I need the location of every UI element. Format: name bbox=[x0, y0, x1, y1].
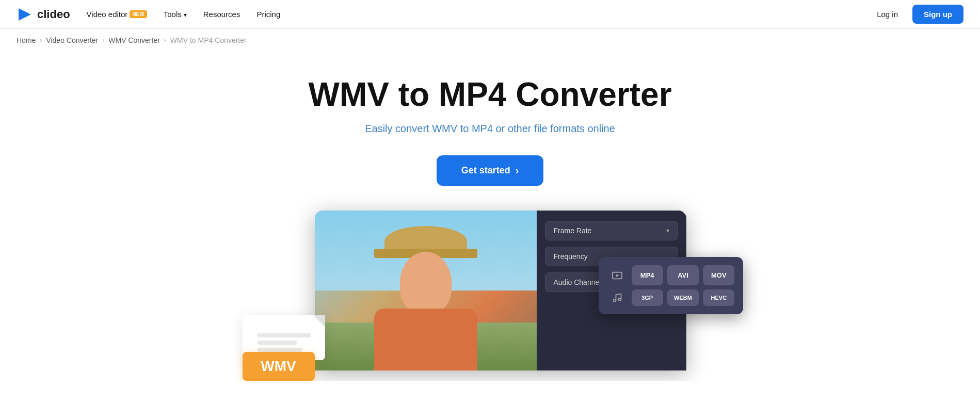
file-line-2 bbox=[257, 341, 297, 345]
breadcrumb-sep-1: › bbox=[40, 37, 42, 44]
signup-button[interactable]: Sign up bbox=[912, 5, 963, 24]
breadcrumb-video-converter[interactable]: Video Converter bbox=[46, 36, 98, 44]
breadcrumb-wmv-converter[interactable]: WMV Converter bbox=[108, 36, 160, 44]
wmv-file-card: WMV bbox=[243, 315, 346, 381]
format-webm-button[interactable]: WEBM bbox=[667, 289, 699, 306]
cta-arrow-icon: › bbox=[516, 165, 519, 176]
format-hevc-button[interactable]: HEVC bbox=[703, 289, 734, 306]
file-line-1 bbox=[257, 333, 311, 337]
video-preview bbox=[315, 211, 537, 370]
breadcrumb-current: WMV to MP4 Converter bbox=[170, 36, 247, 44]
nav-left: clideo Video editor NEW Tools ▾ Resource… bbox=[17, 6, 280, 23]
nav-video-editor[interactable]: Video editor NEW bbox=[87, 10, 147, 19]
new-badge: NEW bbox=[130, 10, 147, 18]
illustration-container: WMV Frame Rate ▾ Frequency Audio Channel bbox=[0, 211, 980, 381]
login-button[interactable]: Log in bbox=[869, 6, 906, 23]
person-face bbox=[400, 252, 452, 314]
hero-section: WMV to MP4 Converter Easily convert WMV … bbox=[0, 52, 980, 186]
video-format-icon bbox=[607, 265, 628, 285]
file-line-3 bbox=[257, 348, 302, 352]
logo[interactable]: clideo bbox=[17, 6, 70, 23]
breadcrumb: Home › Video Converter › WMV Converter ›… bbox=[0, 29, 980, 52]
svg-point-4 bbox=[618, 298, 621, 301]
breadcrumb-home[interactable]: Home bbox=[17, 36, 36, 44]
logo-text: clideo bbox=[37, 8, 70, 21]
nav-right: Log in Sign up bbox=[869, 5, 963, 24]
frame-rate-dropdown[interactable]: Frame Rate ▾ bbox=[545, 221, 678, 240]
format-mp4-button[interactable]: MP4 bbox=[632, 265, 663, 285]
wmv-badge: WMV bbox=[243, 352, 315, 381]
file-lines bbox=[257, 333, 311, 352]
frame-rate-chevron-icon: ▾ bbox=[666, 227, 669, 234]
person-body bbox=[374, 309, 477, 370]
nav-pricing[interactable]: Pricing bbox=[256, 10, 280, 19]
format-mov-button[interactable]: MOV bbox=[703, 265, 734, 285]
navbar: clideo Video editor NEW Tools ▾ Resource… bbox=[0, 0, 980, 29]
nav-resources[interactable]: Resources bbox=[203, 10, 240, 19]
get-started-button[interactable]: Get started › bbox=[437, 155, 544, 186]
breadcrumb-sep-3: › bbox=[164, 37, 166, 44]
format-panel: MP4 AVI MOV 3GP WEBM HEVC bbox=[599, 257, 743, 314]
format-avi-button[interactable]: AVI bbox=[667, 265, 699, 285]
svg-marker-2 bbox=[616, 274, 619, 277]
breadcrumb-sep-2: › bbox=[102, 37, 104, 44]
nav-tools[interactable]: Tools ▾ bbox=[164, 10, 187, 19]
clideo-logo-icon bbox=[17, 6, 33, 23]
tools-chevron-icon: ▾ bbox=[184, 11, 187, 19]
audio-format-icon bbox=[607, 289, 628, 306]
svg-marker-0 bbox=[19, 8, 31, 21]
hero-subtitle: Easily convert WMV to MP4 or other file … bbox=[17, 123, 963, 135]
svg-point-3 bbox=[613, 299, 616, 302]
page-title: WMV to MP4 Converter bbox=[17, 76, 963, 112]
format-3gp-button[interactable]: 3GP bbox=[632, 289, 663, 306]
